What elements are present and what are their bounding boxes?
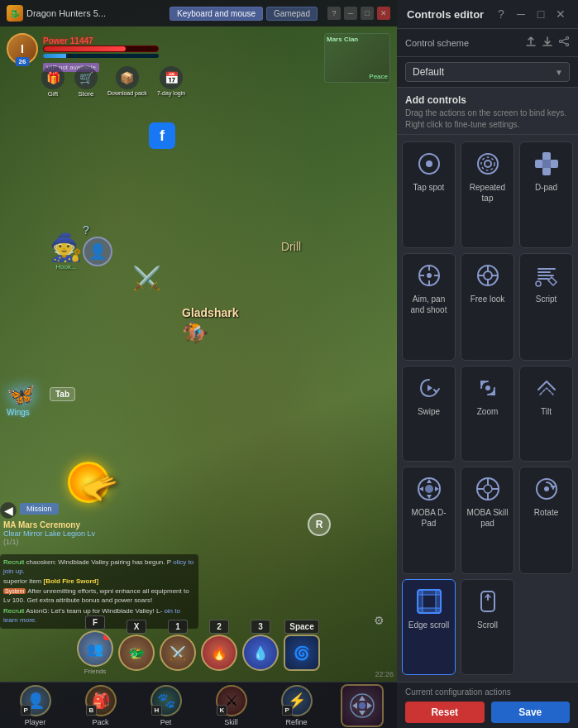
skill-1[interactable]: ⚔️	[160, 635, 196, 671]
svg-point-8	[566, 44, 569, 46]
skill-f[interactable]: 👥	[77, 630, 113, 667]
app-icon: 🐉	[7, 5, 23, 22]
tap-spot-label: Tap spot	[413, 182, 445, 193]
close-btn[interactable]: ✕	[377, 7, 390, 20]
upload-icon[interactable]	[525, 36, 537, 50]
add-controls-title: Add controls	[405, 94, 570, 106]
aim-icon	[414, 261, 444, 290]
scheme-select[interactable]: Default	[405, 62, 570, 82]
control-swipe[interactable]: Swipe	[402, 366, 456, 462]
svg-marker-41	[427, 479, 432, 483]
svg-point-38	[485, 386, 490, 390]
control-edge-scroll[interactable]: Edge scroll	[402, 579, 456, 675]
footer-label: Current configuration actions	[405, 687, 570, 697]
quest-progress: (1/1)	[0, 538, 165, 546]
7day-login-btn[interactable]: 📅 7-day login	[157, 66, 185, 98]
svg-marker-4	[367, 702, 372, 709]
wings-area: 🦋 Wings	[7, 381, 36, 417]
nav-pet[interactable]: 🐾 H Pet	[134, 685, 198, 726]
control-tilt[interactable]: Tilt	[519, 366, 573, 462]
download-icon[interactable]	[542, 36, 553, 50]
skill-3[interactable]: 💧	[242, 635, 279, 671]
quest-area: ◀ Mission MA Mars Ceremony Clear Mirror …	[0, 502, 165, 546]
nav-pack[interactable]: 🎒 B Pack	[69, 685, 132, 726]
zoom-label: Zoom	[477, 406, 499, 417]
key-space: Space	[284, 620, 318, 634]
add-controls-section: Add controls Drag the actions on the scr…	[397, 88, 578, 135]
key-3: 3	[251, 620, 270, 634]
control-repeated-tap[interactable]: Repeated tap	[461, 141, 514, 248]
free-look-label: Free look	[471, 294, 505, 304]
minimize-btn[interactable]: ─	[344, 7, 357, 20]
svg-point-53	[544, 486, 549, 491]
panel-maximize-icon[interactable]: □	[533, 7, 548, 22]
moba-skill-pad-label: MOBA Skill pad	[465, 507, 510, 529]
scroll-icon	[473, 587, 503, 616]
repeated-tap-icon	[473, 149, 503, 179]
r-key[interactable]: R	[308, 513, 331, 536]
facebook-btn[interactable]: f	[149, 122, 175, 149]
nav-skill[interactable]: ⚔ K Skill	[199, 685, 263, 726]
hp-bar	[43, 46, 159, 52]
scheme-select-row: Default ▼	[397, 57, 578, 88]
gift-icon-btn[interactable]: 🎁 Gift	[41, 66, 64, 98]
svg-point-12	[426, 160, 432, 167]
player-avatar: I 26	[7, 33, 38, 65]
svg-rect-18	[535, 160, 543, 168]
tilt-label: Tilt	[541, 406, 552, 417]
control-free-look[interactable]: Free look	[461, 253, 514, 360]
minimap-label2: Peace	[369, 73, 388, 80]
control-zoom[interactable]: Zoom	[461, 366, 514, 462]
help-btn[interactable]: ?	[327, 7, 341, 20]
svg-rect-57	[418, 590, 441, 595]
rotate-label: Rotate	[534, 507, 558, 518]
svg-marker-44	[435, 486, 439, 491]
controls-grid: Tap spot Repeated tap	[397, 135, 578, 682]
svg-point-15	[481, 157, 494, 170]
key-1: 1	[168, 620, 188, 634]
nav-player[interactable]: 👤 P Player	[3, 685, 67, 726]
edge-scroll-icon	[414, 587, 444, 616]
reset-button[interactable]: Reset	[405, 702, 485, 723]
mission-btn[interactable]: Mission	[20, 503, 59, 515]
control-aim-pan-shoot[interactable]: Aim, pan and shoot	[402, 253, 456, 360]
panel-help-icon[interactable]: ?	[494, 7, 509, 22]
moba-skill-pad-icon	[473, 474, 503, 504]
svg-rect-58	[418, 608, 441, 613]
share-icon[interactable]	[558, 36, 570, 50]
minimap-label: Mars Clan	[327, 36, 358, 43]
skill-x[interactable]: 🐲	[118, 635, 155, 671]
svg-line-10	[561, 42, 566, 44]
svg-marker-1	[359, 696, 365, 701]
chat-msg-2: System After unremitting efforts, wpni e…	[3, 587, 195, 605]
control-moba-skill-pad[interactable]: MOBA Skill pad	[461, 467, 514, 573]
svg-point-5	[359, 702, 365, 709]
tab-keyboard[interactable]: Keyboard and mouse	[170, 7, 263, 21]
control-tap-spot[interactable]: Tap spot	[402, 141, 456, 248]
store-icon-btn[interactable]: 🛒 Store	[74, 66, 98, 98]
control-dpad[interactable]: D-pad	[519, 141, 573, 248]
skill-2[interactable]: 🔥	[201, 635, 237, 671]
game-area: 🐉 Dragon Hunters 5... Keyboard and mouse…	[0, 0, 397, 728]
panel-minimize-icon[interactable]: ─	[514, 7, 528, 22]
top-bar: 🐉 Dragon Hunters 5... Keyboard and mouse…	[0, 0, 397, 26]
skill-space[interactable]: 🌀	[284, 635, 320, 671]
download-pack-btn[interactable]: 📦 Download pack	[107, 66, 147, 98]
skill-bar: F 👥 Friends X 🐲 1 ⚔️	[0, 615, 397, 678]
maximize-btn[interactable]: □	[361, 7, 374, 20]
control-scroll[interactable]: Scroll	[461, 579, 514, 675]
nav-dpad[interactable]	[330, 684, 394, 727]
control-rotate[interactable]: Rotate	[519, 467, 573, 573]
quest-nav-arrow[interactable]: ◀	[0, 502, 17, 519]
svg-rect-17	[542, 167, 551, 175]
control-moba-dpad[interactable]: MOBA D-Pad	[402, 467, 456, 573]
svg-point-6	[566, 37, 569, 40]
nav-refine[interactable]: ⚡ P Refine	[265, 685, 328, 726]
control-script[interactable]: Script	[519, 253, 573, 360]
svg-marker-43	[419, 486, 423, 491]
svg-rect-16	[542, 152, 551, 160]
save-button[interactable]: Save	[491, 702, 571, 723]
tab-gamepad[interactable]: Gamepad	[266, 7, 318, 21]
key-x: X	[127, 620, 146, 634]
panel-close-icon[interactable]: ✕	[553, 7, 568, 22]
